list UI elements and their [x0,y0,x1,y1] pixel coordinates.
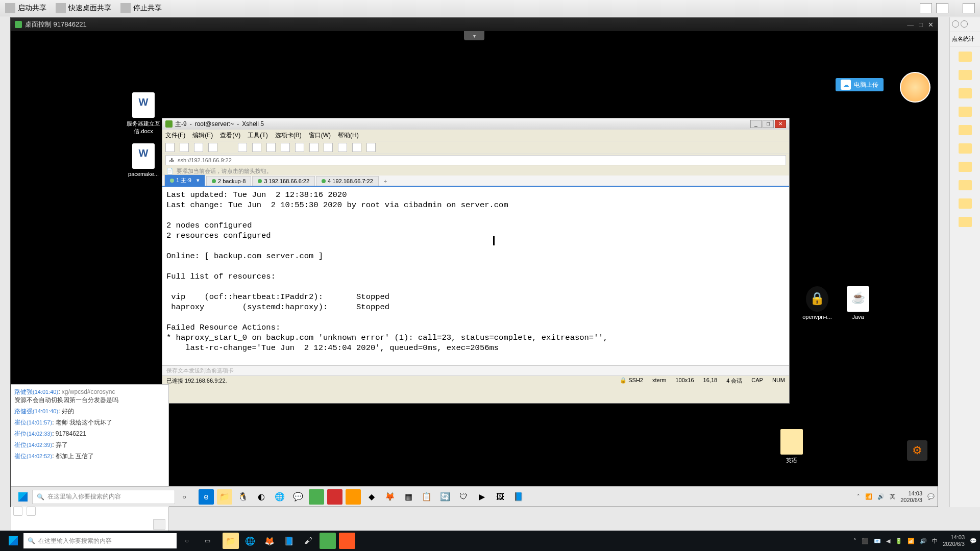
folder-icon[interactable] [959,88,972,98]
folder-icon[interactable] [959,217,972,227]
menu-file[interactable]: 文件(F) [165,131,185,140]
menu-edit[interactable]: 编辑(E) [192,131,213,140]
app-generic[interactable]: ◆ [364,489,379,505]
tool-new[interactable] [165,143,175,152]
remote-titlebar[interactable]: 桌面控制 917846221 — □ ✕ [11,18,938,31]
menu-tab[interactable]: 选项卡(B) [275,131,302,140]
tray-volume-icon[interactable]: 🔊 [877,493,885,500]
xshell-close-button[interactable]: ✕ [775,120,786,128]
menu-help[interactable]: 帮助(H) [338,131,359,140]
app-firefox[interactable]: 🦊 [261,533,278,549]
app-wechat[interactable]: 💬 [290,489,306,505]
ime-indicator[interactable]: 英 [890,493,895,500]
tray-network-icon[interactable]: 📶 [908,538,915,544]
folder-icon[interactable] [959,107,972,117]
tool-paste[interactable] [281,143,290,152]
app-generic[interactable]: 🖌 [300,533,316,549]
tray-network-icon[interactable]: 📶 [865,493,872,500]
host-taskbar-clock[interactable]: 14:03 2020/6/3 [943,534,965,547]
taskbar-clock[interactable]: 14:03 2020/6/3 [900,490,922,504]
ime-indicator[interactable]: 中 [932,537,938,545]
tray-icon[interactable]: ◀ [886,538,890,544]
stats-label[interactable]: 点名统计 [950,32,980,46]
tool-copy[interactable] [266,143,276,152]
app-qq[interactable]: 🐧 [235,489,251,505]
tray-up-icon[interactable]: ˄ [857,493,860,500]
tool-open[interactable] [180,143,189,152]
app-explorer[interactable]: 📁 [223,533,239,549]
desktop-icon-folder[interactable]: 英语 [771,429,812,464]
folder-icon[interactable] [959,198,972,209]
terminal-output[interactable]: Last updated: Tue Jun 2 12:38:16 2020 La… [162,187,789,365]
app-generic[interactable]: ▦ [401,489,416,505]
tool-help[interactable] [366,143,376,152]
app-green[interactable] [320,533,336,549]
xshell-tab-1[interactable]: 1 主-9▾ [164,174,205,186]
settings-gear-badge[interactable]: ⚙ [907,440,927,461]
tool-font[interactable] [295,143,304,152]
app-generic[interactable]: 🖼 [493,489,508,505]
minimize-icon[interactable]: — [907,21,914,29]
desktop-icon-doc1[interactable]: 服务器建立互信.docx [123,92,164,135]
tool-color[interactable] [309,143,318,152]
xshell-maximize-button[interactable]: □ [763,120,774,128]
xshell-titlebar[interactable]: 主-9 - root@server:~ - Xshell 5 _ □ ✕ [162,118,789,130]
stop-share-button[interactable]: 停止共享 [120,3,162,13]
desktop-icon-java[interactable]: Java [838,286,878,320]
xshell-tab-2[interactable]: 2 backup-8 [206,176,251,186]
menu-view[interactable]: 查看(V) [220,131,240,140]
gear-icon[interactable] [961,20,968,28]
desktop-icon-doc2[interactable]: pacemake... [123,143,164,177]
chat-input-area[interactable] [11,504,168,533]
host-taskbar-search[interactable]: 🔍在这里输入你要搜索的内容 [23,533,177,548]
host-start-button[interactable] [3,532,23,549]
desktop-icon-openvpn[interactable]: openvpn-i... [797,286,838,320]
taskbar-search[interactable]: 🔍在这里输入你要搜索的内容 [32,490,175,504]
tray-up-icon[interactable]: ˄ [853,538,856,544]
app-firefox[interactable]: 🦊 [382,489,398,505]
tray-icon[interactable]: 🔋 [895,538,902,544]
emoji-icon[interactable] [13,507,22,516]
folder-icon[interactable] [959,143,972,154]
xshell-minimize-button[interactable]: _ [750,120,762,128]
app-orange[interactable] [339,533,355,549]
xshell-tab-3[interactable]: 3 192.168.66.6:22 [252,176,315,186]
app-explorer[interactable]: 📁 [217,489,232,505]
maximize-icon[interactable]: □ [919,21,923,29]
xshell-compose-input[interactable]: 保存文本发送到当前选项卡 [162,365,789,375]
start-share-button[interactable]: 启动共享 [5,3,46,13]
app-generic[interactable]: 📘 [511,489,526,505]
folder-icon[interactable] [959,52,972,62]
notification-icon[interactable]: 💬 [927,493,935,500]
start-button[interactable] [14,489,32,505]
maximize-button[interactable] [963,3,975,13]
notification-icon[interactable]: 💬 [970,538,977,544]
app-generic[interactable]: 📘 [281,533,297,549]
app-red[interactable] [327,489,342,505]
app-edge[interactable]: e [199,489,214,505]
dropdown-handle[interactable]: ▾ [464,31,484,40]
cortana-button[interactable]: ○ [175,489,193,505]
app-generic[interactable]: 🛡 [456,489,471,505]
remote-desktop-area[interactable]: ▾ 服务器建立互信.docx pacemake... openvpn-i... … [11,31,938,486]
layout-button-1[interactable] [920,3,932,13]
tool-prop[interactable] [352,143,361,152]
menu-tools[interactable]: 工具(T) [248,131,267,140]
folder-icon[interactable] [959,70,972,80]
app-orange[interactable] [346,489,361,505]
text-icon[interactable] [27,507,36,516]
list-icon[interactable] [952,20,959,28]
app-generic[interactable]: 📋 [419,489,434,505]
app-generic[interactable]: ▶ [474,489,489,505]
folder-icon[interactable] [959,162,972,172]
user-avatar[interactable] [900,72,930,103]
host-taskview-button[interactable]: ▭ [197,532,217,549]
send-button[interactable] [153,519,165,530]
tray-icon[interactable]: 📧 [874,538,881,544]
tool-reconnect[interactable] [208,143,217,152]
host-cortana-button[interactable]: ○ [177,532,197,549]
app-chrome[interactable]: 🌐 [272,489,287,505]
tool-search[interactable] [238,143,247,152]
tool-disconnect[interactable] [194,143,203,152]
tool-lock[interactable] [338,143,347,152]
